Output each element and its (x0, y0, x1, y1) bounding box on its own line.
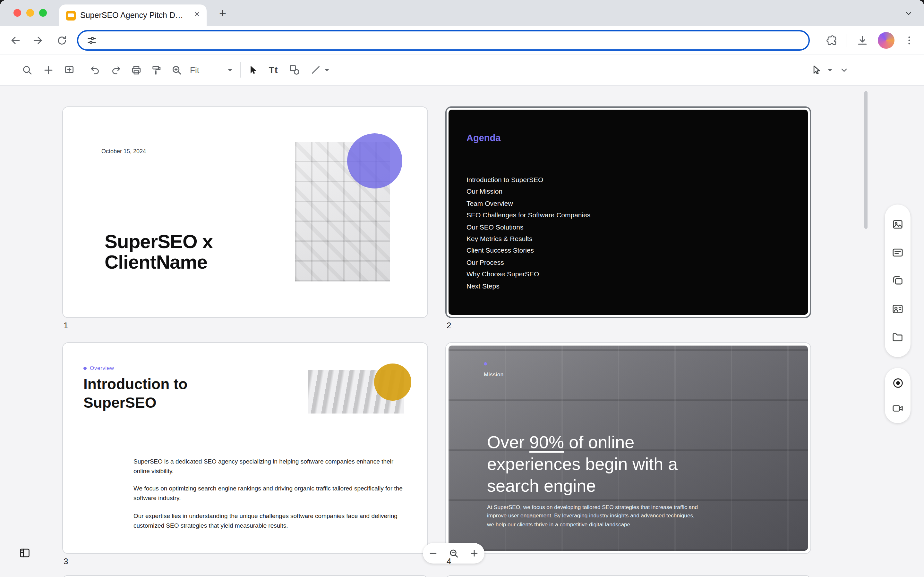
download-icon (856, 34, 869, 47)
slide-3-body: SuperSEO is a dedicated SEO agency speci… (134, 457, 406, 539)
tag-dot-icon (484, 362, 487, 366)
traffic-light-zoom[interactable] (39, 9, 47, 17)
traffic-light-close[interactable] (13, 9, 21, 17)
slide-thumbnail-3[interactable]: Overview Introduction to SuperSEO SuperS… (62, 342, 428, 554)
line-icon (310, 64, 321, 76)
section-tag: Overview (83, 365, 114, 371)
print-button[interactable] (127, 61, 145, 79)
search-tool-button[interactable] (18, 61, 36, 79)
agenda-item: Our Process (467, 256, 590, 268)
browser-toolbar (0, 26, 924, 55)
agenda-heading: Agenda (467, 133, 501, 143)
text-tool-button[interactable]: Tt (264, 61, 282, 79)
slide-3-title: Introduction to SuperSEO (83, 375, 221, 413)
forward-arrow-icon (31, 34, 44, 47)
pointer-tool-dropdown[interactable] (824, 61, 835, 79)
folder-icon (891, 331, 904, 343)
undo-icon (89, 64, 101, 76)
tab-close-icon[interactable]: × (191, 10, 203, 21)
address-input[interactable] (103, 35, 801, 45)
slide-thumbnail-6-peek[interactable] (445, 575, 811, 577)
zoom-fit-dropdown[interactable]: Fit (186, 61, 237, 79)
tab-search-button[interactable] (900, 6, 917, 21)
undo-button[interactable] (86, 61, 104, 79)
new-slide-button[interactable] (60, 61, 78, 79)
reload-icon (55, 34, 68, 47)
extensions-button[interactable] (822, 31, 841, 49)
agenda-item: Client Success Stories (467, 245, 590, 256)
new-tab-button[interactable]: + (214, 5, 231, 22)
insert-image-button[interactable] (885, 210, 911, 239)
image-icon (891, 218, 904, 231)
slide-thumbnail-4[interactable]: Mission Over 90% of online experiences b… (445, 342, 811, 554)
vertical-scrollbar[interactable] (864, 91, 867, 229)
puzzle-icon (825, 34, 838, 47)
slide-date: October 15, 2024 (102, 148, 146, 155)
text-tool-icon: Tt (269, 65, 278, 75)
overlapping-cards-icon (891, 274, 904, 287)
tune-icon[interactable] (86, 35, 97, 46)
slide-1-canvas: October 15, 2024 SuperSEO x ClientName (65, 110, 425, 315)
browser-tab[interactable]: SuperSEO Agency Pitch Deck × (59, 5, 207, 26)
purple-circle-shape (347, 133, 402, 189)
address-bar[interactable] (77, 30, 810, 51)
zoom-in-button[interactable] (168, 61, 186, 79)
zoom-in-button-pill[interactable] (464, 543, 485, 564)
caret-down-icon (323, 66, 330, 73)
slides-favicon-icon (66, 11, 76, 20)
agenda-item: Why Choose SuperSEO (467, 268, 590, 280)
yellow-circle-shape (374, 364, 411, 401)
back-button[interactable] (6, 31, 24, 49)
headline-segment: Over (487, 433, 529, 452)
shape-tool-button[interactable] (286, 61, 304, 79)
slide-3-canvas: Overview Introduction to SuperSEO SuperS… (65, 346, 425, 551)
recording-panel (885, 368, 911, 423)
body-paragraph: SuperSEO is a dedicated SEO agency speci… (134, 457, 406, 476)
duplicate-slides-button[interactable] (885, 267, 911, 295)
record-button[interactable] (885, 371, 911, 396)
line-tool-dropdown[interactable] (321, 61, 333, 79)
slide-4-body: At SuperSEO, we focus on developing tail… (487, 503, 699, 529)
body-paragraph: Our expertise lies in understanding the … (134, 512, 406, 530)
slide-thumbnail-5-peek[interactable] (62, 575, 428, 577)
toolbar-divider (846, 34, 846, 47)
profile-avatar[interactable] (878, 32, 895, 49)
browser-window: SuperSEO Agency Pitch Deck × + (0, 0, 924, 577)
browser-menu-button[interactable] (900, 31, 918, 49)
slide-layout-button[interactable] (885, 239, 911, 267)
forward-button[interactable] (29, 31, 47, 49)
downloads-button[interactable] (853, 31, 871, 49)
minus-icon (427, 548, 439, 559)
filmstrip-toggle-button[interactable] (17, 545, 32, 560)
select-tool-button[interactable] (244, 61, 262, 79)
caret-down-icon (826, 66, 833, 73)
agenda-item: SEO Challenges for Software Companies (467, 209, 590, 221)
contacts-panel-button[interactable] (885, 295, 911, 323)
paint-format-button[interactable] (147, 61, 165, 79)
caret-down-icon (226, 66, 234, 73)
redo-button[interactable] (107, 61, 124, 79)
chevron-down-icon (903, 8, 914, 19)
slide-1-title: SuperSEO x ClientName (105, 231, 265, 273)
tag-label: Mission (484, 371, 491, 379)
agenda-item: Team Overview (467, 197, 590, 210)
slide-number-4: 4 (447, 556, 451, 566)
pointer-tool-button[interactable] (807, 61, 825, 79)
collapse-toolbar-button[interactable] (835, 61, 853, 79)
add-button[interactable] (39, 61, 57, 79)
slide-number-1: 1 (63, 321, 68, 330)
toolbar-separator (240, 62, 241, 77)
slide-thumbnail-2[interactable]: Agenda Introduction to SuperSEO Our Miss… (445, 106, 811, 318)
slide-thumbnail-1[interactable]: October 15, 2024 SuperSEO x ClientName (62, 106, 428, 318)
camera-button[interactable] (885, 396, 911, 421)
traffic-light-minimize[interactable] (26, 9, 34, 17)
kebab-menu-icon (903, 35, 915, 46)
chevron-down-icon (838, 64, 849, 75)
reload-button[interactable] (53, 31, 71, 49)
slide-number-3: 3 (63, 556, 68, 566)
body-paragraph: We focus on optimizing search engine ran… (134, 484, 406, 503)
slide-number-2: 2 (447, 321, 451, 330)
zoom-out-button[interactable] (423, 543, 443, 564)
search-icon (21, 64, 33, 76)
folder-panel-button[interactable] (885, 323, 911, 351)
